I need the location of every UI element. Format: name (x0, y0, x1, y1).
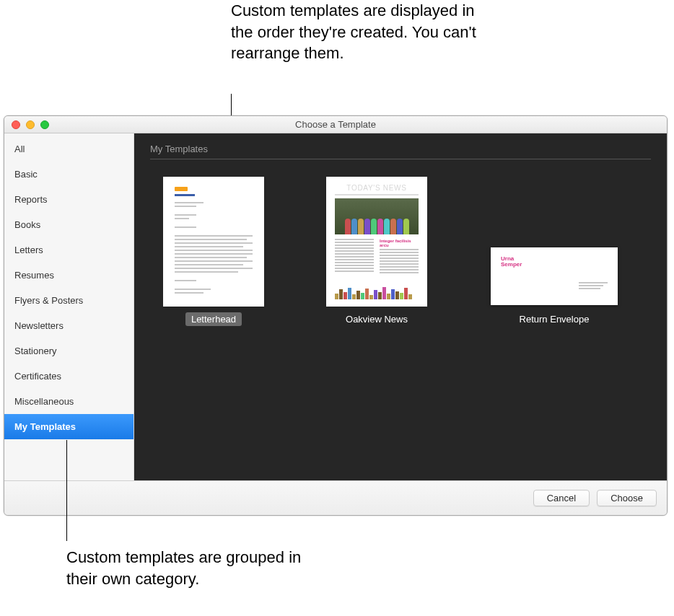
callout-line-bottom (66, 440, 67, 541)
sidebar-item-basic[interactable]: Basic (4, 162, 134, 187)
sidebar-item-books[interactable]: Books (4, 212, 134, 237)
template-chooser-window: Choose a Template All Basic Reports Book… (4, 115, 668, 516)
template-thumbnail-oakview-news: TODAY'S NEWS (328, 178, 426, 305)
template-item-oakview-news[interactable]: TODAY'S NEWS (328, 178, 426, 326)
sidebar-item-my-templates[interactable]: My Templates (4, 414, 134, 439)
sidebar-item-resumes[interactable]: Resumes (4, 263, 134, 288)
sidebar-item-flyers-posters[interactable]: Flyers & Posters (4, 288, 134, 313)
callout-top: Custom templates are displayed in the or… (231, 0, 476, 64)
template-thumbnail-letterhead (165, 178, 263, 305)
template-label: Letterhead (185, 312, 242, 326)
sidebar-item-newsletters[interactable]: Newsletters (4, 313, 134, 338)
titlebar: Choose a Template (4, 116, 667, 133)
template-label: Oakview News (340, 312, 413, 326)
footer: Cancel Choose (4, 480, 667, 515)
template-grid: Letterhead TODAY'S NEWS (134, 171, 667, 333)
sidebar-item-stationery[interactable]: Stationery (4, 338, 134, 364)
newsletter-headline: Integer facilisis arcu (380, 239, 419, 247)
envelope-sender-name-2: Semper (501, 262, 608, 268)
cancel-button[interactable]: Cancel (533, 490, 590, 506)
template-item-return-envelope[interactable]: Urna Semper Return Envelope (491, 247, 618, 326)
window-body: All Basic Reports Books Letters Resumes … (4, 133, 667, 480)
window-title: Choose a Template (4, 119, 667, 130)
zoom-icon[interactable] (40, 120, 49, 129)
minimize-icon[interactable] (26, 120, 35, 129)
content-area: My Templates (134, 133, 667, 480)
close-icon[interactable] (12, 120, 20, 129)
choose-button[interactable]: Choose (597, 490, 657, 506)
newsletter-masthead: TODAY'S NEWS (335, 184, 419, 192)
sidebar-item-reports[interactable]: Reports (4, 187, 134, 212)
sidebar: All Basic Reports Books Letters Resumes … (4, 133, 134, 480)
section-header: My Templates (134, 133, 667, 159)
section-divider (150, 159, 651, 159)
template-item-letterhead[interactable]: Letterhead (165, 178, 263, 326)
window-controls (4, 120, 49, 129)
callout-bottom: Custom templates are grouped in their ow… (66, 547, 312, 589)
template-label: Return Envelope (514, 312, 595, 326)
template-thumbnail-return-envelope: Urna Semper (491, 247, 618, 305)
sidebar-item-miscellaneous[interactable]: Miscellaneous (4, 389, 134, 414)
sidebar-item-letters[interactable]: Letters (4, 237, 134, 263)
sidebar-item-all[interactable]: All (4, 136, 134, 162)
sidebar-item-certificates[interactable]: Certificates (4, 364, 134, 389)
